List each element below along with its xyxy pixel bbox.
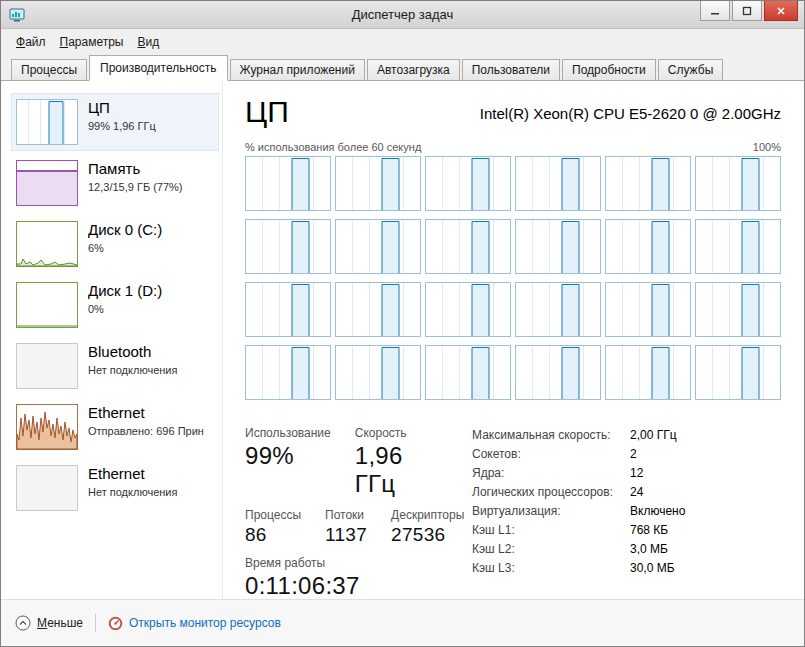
cpu-core-graph-21 bbox=[515, 345, 601, 400]
disk1-name: Диск 1 (D:) bbox=[88, 282, 162, 299]
sidebar-item-disk1[interactable]: Диск 1 (D:)0% bbox=[11, 276, 219, 334]
spec-max-speed-label: Максимальная скорость: bbox=[472, 428, 630, 442]
cpu-core-graph-11 bbox=[695, 219, 781, 274]
sidebar-item-cpu[interactable]: ЦП99% 1,96 ГГц bbox=[11, 93, 219, 151]
cpu-core-graph-1 bbox=[335, 156, 421, 211]
stat-speed: Скорость1,96 ГГц bbox=[355, 426, 448, 498]
chevron-up-circle-icon bbox=[15, 615, 31, 631]
disk0-thumbnail-chart bbox=[16, 221, 78, 267]
cpu-text: ЦП99% 1,96 ГГц bbox=[88, 99, 156, 132]
spec-max-speed: Максимальная скорость:2,00 ГГц bbox=[472, 428, 685, 442]
cpu-core-graph-2 bbox=[425, 156, 511, 211]
tab-performance[interactable]: Производительность bbox=[89, 55, 227, 81]
cpu-core-graph-6 bbox=[245, 219, 331, 274]
stat-row: Процессы86Потоки1137Дескрипторы27536 bbox=[245, 508, 472, 546]
ethernet-2-detail: Нет подключения bbox=[88, 486, 177, 498]
spec-l1-cache-label: Кэш L1: bbox=[472, 523, 630, 537]
spec-l1-cache: Кэш L1:768 КБ bbox=[472, 523, 685, 537]
cpu-core-graph-18 bbox=[245, 345, 331, 400]
content-area: ЦП99% 1,96 ГГцПамять12,3/15,9 ГБ (77%)Ди… bbox=[1, 81, 804, 599]
spec-sockets: Сокетов:2 bbox=[472, 447, 685, 461]
tab-strip: ПроцессыПроизводительностьЖурнал приложе… bbox=[1, 55, 804, 81]
fewer-details-button[interactable]: Меньше bbox=[15, 615, 83, 631]
stat-speed-value: 1,96 ГГц bbox=[355, 442, 448, 498]
sidebar-item-bluetooth[interactable]: BluetoothНет подключения bbox=[11, 337, 219, 395]
spec-cores-value: 12 bbox=[630, 466, 643, 480]
minimize-button[interactable] bbox=[700, 1, 730, 21]
tab-users[interactable]: Пользователи bbox=[462, 59, 560, 81]
menu-view[interactable]: Вид bbox=[130, 32, 166, 52]
spec-sockets-label: Сокетов: bbox=[472, 447, 630, 461]
spec-sockets-value: 2 bbox=[630, 447, 637, 461]
memory-thumbnail-chart bbox=[16, 160, 78, 206]
cpu-panel-inner: ЦП Intel(R) Xeon(R) CPU E5-2620 0 @ 2.00… bbox=[245, 95, 781, 599]
cpu-core-graph-23 bbox=[695, 345, 781, 400]
stat-row: Время работы0:11:06:37 bbox=[245, 556, 472, 599]
disk0-text: Диск 0 (C:)6% bbox=[88, 221, 162, 254]
stat-row: Использование99%Скорость1,96 ГГц bbox=[245, 426, 472, 498]
cpu-core-graph-14 bbox=[425, 282, 511, 337]
tab-processes[interactable]: Процессы bbox=[11, 59, 87, 81]
sidebar-item-disk0[interactable]: Диск 0 (C:)6% bbox=[11, 215, 219, 273]
maximize-button[interactable] bbox=[732, 1, 762, 21]
stat-uptime-value: 0:11:06:37 bbox=[245, 572, 360, 599]
resource-monitor-icon bbox=[108, 616, 123, 631]
disk1-thumbnail-chart bbox=[16, 282, 78, 328]
footer-bar: Меньше Открыть монитор ресурсов bbox=[1, 599, 804, 646]
cpu-core-graph-22 bbox=[605, 345, 691, 400]
disk1-text: Диск 1 (D:)0% bbox=[88, 282, 162, 315]
ethernet-2-thumbnail-chart bbox=[16, 465, 78, 511]
menubar: ФайлПараметрыВид bbox=[1, 29, 804, 55]
cpu-core-graph-15 bbox=[515, 282, 601, 337]
menu-file[interactable]: Файл bbox=[9, 32, 53, 52]
bluetooth-detail: Нет подключения bbox=[88, 364, 177, 376]
sidebar-item-ethernet-1[interactable]: EthernetОтправлено: 696 Прин bbox=[11, 398, 219, 456]
cpu-core-graph-10 bbox=[605, 219, 691, 274]
cpu-core-graph-3 bbox=[515, 156, 601, 211]
spec-l2-cache-label: Кэш L2: bbox=[472, 542, 630, 556]
tab-startup[interactable]: Автозагрузка bbox=[367, 59, 460, 81]
cpu-thumbnail-chart bbox=[16, 99, 78, 145]
cpu-header: ЦП Intel(R) Xeon(R) CPU E5-2620 0 @ 2.00… bbox=[245, 95, 781, 129]
ethernet-2-text: EthernetНет подключения bbox=[88, 465, 177, 498]
cpu-core-graph-20 bbox=[425, 345, 511, 400]
cpu-core-graph-4 bbox=[605, 156, 691, 211]
spec-cores-label: Ядра: bbox=[472, 466, 630, 480]
open-resource-monitor-label: Открыть монитор ресурсов bbox=[129, 616, 281, 630]
spec-l3-cache-label: Кэш L3: bbox=[472, 561, 630, 575]
tab-app-history[interactable]: Журнал приложений bbox=[230, 59, 365, 81]
stat-speed-label: Скорость bbox=[355, 426, 448, 440]
cpu-core-grid bbox=[245, 156, 781, 400]
stat-usage: Использование99% bbox=[245, 426, 331, 498]
cpu-core-graph-8 bbox=[425, 219, 511, 274]
open-resource-monitor-link[interactable]: Открыть монитор ресурсов bbox=[108, 616, 281, 631]
memory-text: Память12,3/15,9 ГБ (77%) bbox=[88, 160, 183, 193]
maximize-icon bbox=[742, 6, 752, 16]
ethernet-1-text: EthernetОтправлено: 696 Прин bbox=[88, 404, 204, 437]
footer-divider bbox=[95, 614, 96, 632]
cpu-core-graph-16 bbox=[605, 282, 691, 337]
cpu-core-graph-17 bbox=[695, 282, 781, 337]
stat-processes-value: 86 bbox=[245, 524, 301, 546]
tab-details[interactable]: Подробности bbox=[562, 59, 656, 81]
sidebar-item-ethernet-2[interactable]: EthernetНет подключения bbox=[11, 459, 219, 517]
bluetooth-thumbnail-chart bbox=[16, 343, 78, 389]
stat-processes-label: Процессы bbox=[245, 508, 301, 522]
ethernet-2-name: Ethernet bbox=[88, 465, 177, 482]
cpu-stats-area: Использование99%Скорость1,96 ГГцПроцессы… bbox=[245, 426, 781, 599]
task-manager-window: Диспетчер задач ФайлПараметрыВид Процесс… bbox=[0, 0, 805, 647]
sidebar-item-memory[interactable]: Память12,3/15,9 ГБ (77%) bbox=[11, 154, 219, 212]
cpu-core-graph-9 bbox=[515, 219, 601, 274]
stat-handles-value: 27536 bbox=[391, 524, 464, 546]
close-icon bbox=[776, 6, 786, 16]
close-button[interactable] bbox=[764, 1, 798, 21]
spec-virtualization-label: Виртуализация: bbox=[472, 504, 630, 518]
ethernet-1-detail: Отправлено: 696 Прин bbox=[88, 425, 204, 437]
cpu-panel: ЦП Intel(R) Xeon(R) CPU E5-2620 0 @ 2.00… bbox=[223, 81, 804, 599]
menu-options[interactable]: Параметры bbox=[53, 32, 131, 52]
tab-services[interactable]: Службы bbox=[658, 59, 723, 81]
spec-l2-cache: Кэш L2:3,0 МБ bbox=[472, 542, 685, 556]
stat-uptime-label: Время работы bbox=[245, 556, 360, 570]
minimize-icon bbox=[710, 6, 720, 16]
window-controls bbox=[698, 1, 798, 21]
